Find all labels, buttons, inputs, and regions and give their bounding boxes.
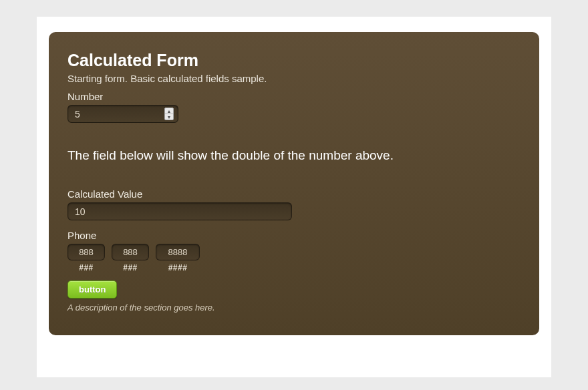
phone-segment-3: 8888 ####: [156, 244, 200, 272]
phone-hint-2: ###: [112, 263, 149, 272]
phone-hint-1: ###: [67, 263, 105, 272]
phone-segment-2: 888 ###: [112, 244, 149, 272]
form-subtitle: Starting form. Basic calculated fields s…: [67, 73, 521, 84]
phone-row: 888 ### 888 ### 8888 ####: [67, 244, 521, 272]
calculated-label: Calculated Value: [67, 188, 521, 200]
phone-segment-1: 888 ###: [67, 244, 105, 272]
calculated-input[interactable]: 10: [67, 202, 292, 220]
number-input-value[interactable]: 5: [75, 109, 164, 120]
number-spinner: ▲ ▼: [164, 108, 174, 120]
phone-input-3[interactable]: 8888: [156, 244, 200, 260]
spinner-down-icon[interactable]: ▼: [165, 114, 173, 120]
submit-button[interactable]: button: [67, 280, 117, 299]
form-title: Calculated Form: [67, 51, 521, 70]
spinner-up-icon[interactable]: ▲: [165, 108, 173, 114]
number-input[interactable]: 5 ▲ ▼: [67, 105, 178, 123]
form-panel: Calculated Form Starting form. Basic cal…: [49, 32, 539, 335]
phone-label: Phone: [67, 230, 521, 241]
number-label: Number: [67, 91, 521, 102]
phone-input-1[interactable]: 888: [67, 244, 105, 260]
phone-input-2[interactable]: 888: [112, 244, 149, 260]
page-card: Calculated Form Starting form. Basic cal…: [37, 17, 551, 377]
section-description: A description of the section goes here.: [67, 303, 521, 313]
info-text: The field below will show the double of …: [67, 148, 521, 163]
phone-hint-3: ####: [156, 263, 200, 272]
calculated-value: 10: [75, 206, 86, 217]
